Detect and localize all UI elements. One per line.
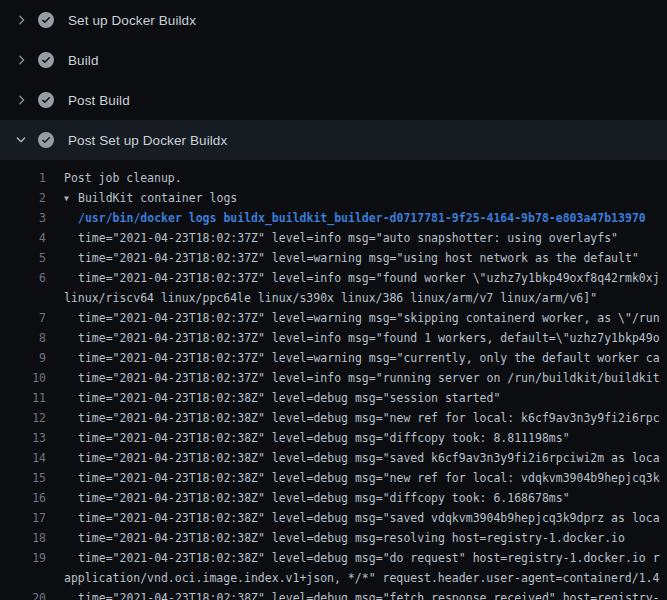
log-line-text: time="2021-04-23T18:02:38Z" level=debug … (46, 408, 660, 428)
log-line-text: time="2021-04-23T18:02:38Z" level=debug … (46, 448, 660, 468)
log-line-number[interactable]: 8 (0, 328, 46, 348)
log-line-text: time="2021-04-23T18:02:38Z" level=debug … (46, 428, 570, 448)
chevron-down-icon (13, 132, 29, 148)
log-row: linux/riscv64 linux/ppc64le linux/s390x … (0, 288, 667, 308)
log-line-number[interactable]: 11 (0, 388, 46, 408)
log-line-number (0, 568, 46, 588)
log-line-text: time="2021-04-23T18:02:37Z" level=info m… (46, 328, 660, 348)
log-row: 5 time="2021-04-23T18:02:37Z" level=warn… (0, 248, 667, 268)
log-line-text: /usr/bin/docker logs buildx_buildkit_bui… (46, 208, 646, 228)
log-line-number[interactable]: 2 (0, 188, 46, 208)
log-line-text: time="2021-04-23T18:02:38Z" level=debug … (46, 528, 625, 548)
log-row: 11 time="2021-04-23T18:02:38Z" level=deb… (0, 388, 667, 408)
log-line-number (0, 288, 46, 308)
check-circle-icon (38, 92, 54, 108)
log-line-text: application/vnd.oci.image.index.v1+json,… (46, 568, 659, 588)
log-line-text: time="2021-04-23T18:02:37Z" level=warnin… (46, 308, 660, 328)
check-circle-icon (38, 52, 54, 68)
chevron-right-icon (13, 52, 29, 68)
log-line-number[interactable]: 7 (0, 308, 46, 328)
log-row: 3 /usr/bin/docker logs buildx_buildkit_b… (0, 208, 667, 228)
log-line-number[interactable]: 19 (0, 548, 46, 568)
log-row: 18 time="2021-04-23T18:02:38Z" level=deb… (0, 528, 667, 548)
log-line-text: time="2021-04-23T18:02:38Z" level=debug … (46, 548, 660, 568)
log-row: 12 time="2021-04-23T18:02:38Z" level=deb… (0, 408, 667, 428)
step-header[interactable]: Build (0, 40, 667, 80)
log-row: 16 time="2021-04-23T18:02:38Z" level=deb… (0, 488, 667, 508)
step-label: Build (68, 53, 99, 68)
log-line-text: time="2021-04-23T18:02:38Z" level=debug … (46, 588, 660, 600)
log-line-number[interactable]: 15 (0, 468, 46, 488)
step-header[interactable]: Set up Docker Buildx (0, 0, 667, 40)
log-row: 4 time="2021-04-23T18:02:37Z" level=info… (0, 228, 667, 248)
log-row: 20 time="2021-04-23T18:02:38Z" level=deb… (0, 588, 667, 600)
log-line-text: time="2021-04-23T18:02:38Z" level=debug … (46, 488, 570, 508)
log-line-number[interactable]: 20 (0, 588, 46, 600)
step-label: Set up Docker Buildx (68, 13, 196, 28)
log-row: 6 time="2021-04-23T18:02:37Z" level=info… (0, 268, 667, 288)
step-header[interactable]: Post Build (0, 80, 667, 120)
log-row: 7 time="2021-04-23T18:02:37Z" level=warn… (0, 308, 667, 328)
log-line-number[interactable]: 18 (0, 528, 46, 548)
step-label: Post Build (68, 93, 130, 108)
log-row: 17 time="2021-04-23T18:02:38Z" level=deb… (0, 508, 667, 528)
log-row: 9 time="2021-04-23T18:02:37Z" level=warn… (0, 348, 667, 368)
log-line-text: time="2021-04-23T18:02:38Z" level=debug … (46, 508, 660, 528)
check-circle-icon (38, 132, 54, 148)
log-line-text: linux/riscv64 linux/ppc64le linux/s390x … (46, 288, 597, 308)
log-line-number[interactable]: 9 (0, 348, 46, 368)
chevron-right-icon (13, 12, 29, 28)
log-row: 19 time="2021-04-23T18:02:38Z" level=deb… (0, 548, 667, 568)
workflow-log-viewer: Set up Docker Buildx Build Post Build Po… (0, 0, 667, 600)
log-line-number[interactable]: 10 (0, 368, 46, 388)
log-row: application/vnd.oci.image.index.v1+json,… (0, 568, 667, 588)
log-row: 10 time="2021-04-23T18:02:37Z" level=inf… (0, 368, 667, 388)
log-line-text: time="2021-04-23T18:02:37Z" level=warnin… (46, 348, 660, 368)
log-line-number[interactable]: 14 (0, 448, 46, 468)
step-list: Set up Docker Buildx Build Post Build Po… (0, 0, 667, 160)
log-row: 2 ▼BuildKit container logs (0, 188, 667, 208)
log-line-text: time="2021-04-23T18:02:38Z" level=debug … (46, 388, 500, 408)
log-line-number[interactable]: 3 (0, 208, 46, 228)
log-line-text: time="2021-04-23T18:02:37Z" level=info m… (46, 228, 618, 248)
chevron-right-icon (13, 92, 29, 108)
log-line-text: Post job cleanup. (46, 168, 182, 188)
log-line-text: time="2021-04-23T18:02:37Z" level=info m… (46, 268, 660, 288)
log-line-number[interactable]: 5 (0, 248, 46, 268)
group-title[interactable]: BuildKit container logs (78, 191, 237, 205)
log-line-text: time="2021-04-23T18:02:37Z" level=warnin… (46, 248, 639, 268)
log-row: 15 time="2021-04-23T18:02:38Z" level=deb… (0, 468, 667, 488)
log-line-text: ▼BuildKit container logs (46, 188, 237, 208)
log-area: 1 Post job cleanup. 2 ▼BuildKit containe… (0, 160, 667, 600)
check-circle-icon (38, 12, 54, 28)
log-line-number[interactable]: 13 (0, 428, 46, 448)
log-line-number[interactable]: 17 (0, 508, 46, 528)
step-header[interactable]: Post Set up Docker Buildx (0, 120, 667, 160)
log-row: 14 time="2021-04-23T18:02:38Z" level=deb… (0, 448, 667, 468)
log-line-number[interactable]: 12 (0, 408, 46, 428)
log-line-text: time="2021-04-23T18:02:38Z" level=debug … (46, 468, 660, 488)
log-row: 13 time="2021-04-23T18:02:38Z" level=deb… (0, 428, 667, 448)
log-line-text: time="2021-04-23T18:02:37Z" level=info m… (46, 368, 660, 388)
log-line-number[interactable]: 4 (0, 228, 46, 248)
log-row: 1 Post job cleanup. (0, 168, 667, 188)
log-line-number[interactable]: 16 (0, 488, 46, 508)
triangle-down-icon[interactable]: ▼ (64, 189, 78, 209)
log-line-number[interactable]: 1 (0, 168, 46, 188)
log-row: 8 time="2021-04-23T18:02:37Z" level=info… (0, 328, 667, 348)
step-label: Post Set up Docker Buildx (68, 133, 227, 148)
log-line-number[interactable]: 6 (0, 268, 46, 288)
